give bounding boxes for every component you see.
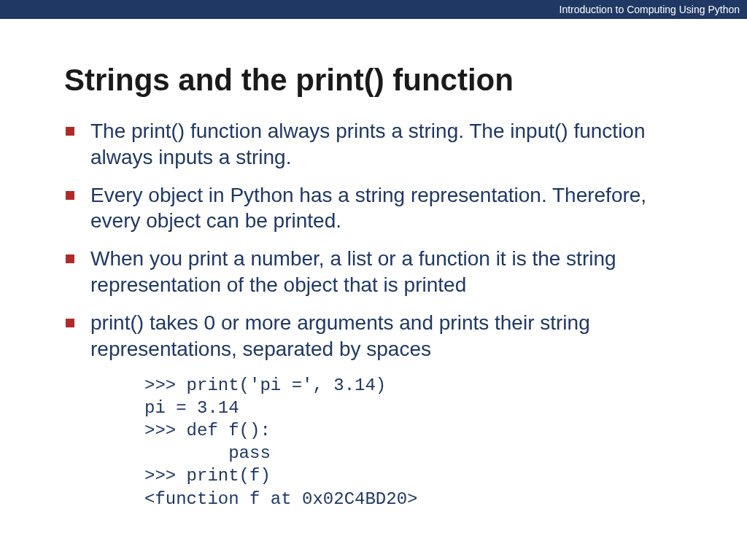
header-bar: Introduction to Computing Using Python bbox=[0, 0, 747, 19]
bullet-item: The print() function always prints a str… bbox=[64, 118, 683, 171]
course-label: Introduction to Computing Using Python bbox=[560, 4, 740, 15]
bullet-list: The print() function always prints a str… bbox=[64, 118, 683, 362]
slide-content: Strings and the print() function The pri… bbox=[0, 19, 747, 510]
bullet-item: print() takes 0 or more arguments and pr… bbox=[64, 310, 683, 362]
bullet-item: When you print a number, a list or a fun… bbox=[64, 246, 683, 298]
code-block: >>> print('pi =', 3.14) pi = 3.14 >>> de… bbox=[144, 374, 683, 510]
bullet-item: Every object in Python has a string repr… bbox=[64, 182, 683, 235]
slide-title: Strings and the print() function bbox=[64, 63, 683, 98]
